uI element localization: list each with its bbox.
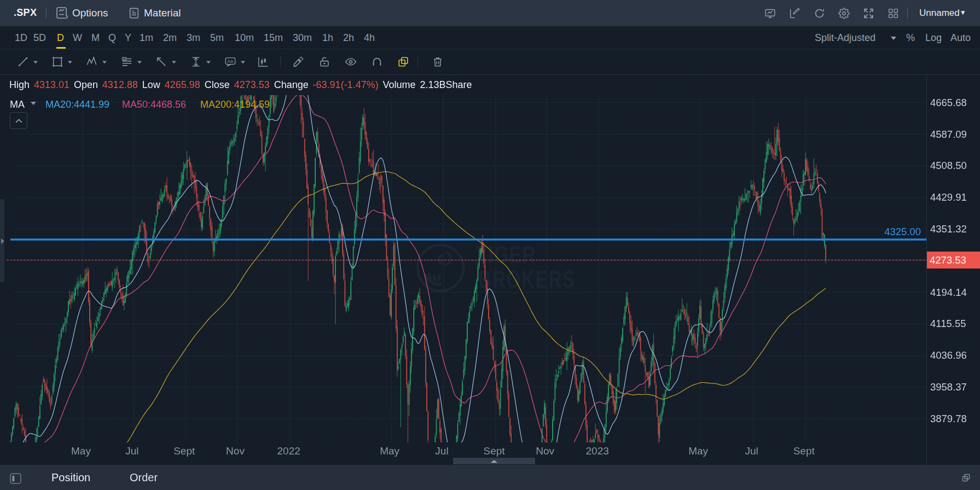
svg-text:3879.78: 3879.78 — [930, 413, 967, 424]
svg-text:98103961-2023/09/27 17:02: 98103961-2023/09/27 17:02 — [530, 116, 627, 171]
svg-text:4036.96: 4036.96 — [930, 349, 967, 361]
svg-text:3958.37: 3958.37 — [930, 381, 967, 393]
svg-text:G: G — [123, 57, 125, 60]
svg-text:Jul: Jul — [745, 445, 758, 457]
svg-text:98103961-2023/09/27 17:02: 98103961-2023/09/27 17:02 — [413, 329, 509, 384]
svg-text:98103961-2023/09/27 17:02: 98103961-2023/09/27 17:02 — [0, 329, 38, 384]
svg-text:98103961-2023/09/27 17:02: 98103961-2023/09/27 17:02 — [295, 116, 391, 171]
svg-text:Sept: Sept — [173, 445, 195, 457]
svg-text:4194.14: 4194.14 — [930, 287, 967, 298]
svg-text:4115.55: 4115.55 — [930, 318, 966, 329]
svg-text:4351.32: 4351.32 — [930, 223, 967, 235]
svg-text:98103961-2023/09/27 17:02: 98103961-2023/09/27 17:02 — [295, 400, 391, 456]
svg-text:May: May — [380, 445, 399, 457]
svg-text:4429.91: 4429.91 — [930, 191, 967, 203]
svg-text:4273.53: 4273.53 — [930, 254, 966, 266]
svg-text:Sept: Sept — [483, 445, 505, 457]
svg-text:98103961-2023/09/27 17:02: 98103961-2023/09/27 17:02 — [295, 258, 391, 313]
svg-text:2023: 2023 — [586, 445, 609, 457]
svg-text:2022: 2022 — [277, 445, 300, 457]
svg-text:Nov: Nov — [536, 445, 554, 457]
svg-text:4587.09: 4587.09 — [930, 129, 967, 140]
svg-text:98103961-2023/09/27 17:02: 98103961-2023/09/27 17:02 — [648, 75, 744, 100]
svg-text:Jul: Jul — [435, 445, 448, 457]
svg-text:98103961-2023/09/27 17:02: 98103961-2023/09/27 17:02 — [60, 116, 156, 171]
svg-text:May: May — [71, 445, 91, 457]
svg-text:4508.50: 4508.50 — [930, 160, 967, 171]
svg-text:4665.68: 4665.68 — [930, 97, 967, 108]
svg-text:Aa: Aa — [228, 59, 234, 64]
svg-text:Jul: Jul — [125, 445, 138, 457]
svg-text:98103961-2023/09/27 17:02: 98103961-2023/09/27 17:02 — [648, 187, 744, 242]
svg-text:Sept: Sept — [793, 445, 815, 457]
svg-text:Nov: Nov — [226, 445, 245, 457]
svg-text:98103961-2023/09/27 17:02: 98103961-2023/09/27 17:02 — [0, 187, 38, 242]
svg-text:98103961-2023/09/27 17:02: 98103961-2023/09/27 17:02 — [177, 329, 274, 384]
svg-text:98103961-2023/09/27 17:02: 98103961-2023/09/27 17:02 — [766, 258, 862, 313]
svg-text:May: May — [688, 445, 708, 457]
svg-text:98103961-2023/09/27 17:02: 98103961-2023/09/27 17:02 — [413, 187, 509, 242]
svg-text:4325.00: 4325.00 — [884, 226, 921, 237]
